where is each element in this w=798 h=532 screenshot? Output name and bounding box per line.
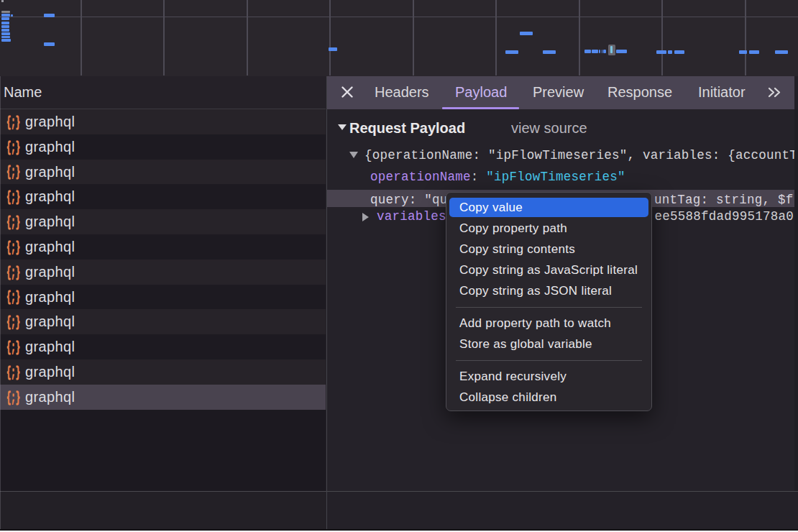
svg-text:{;}: {;} <box>6 339 20 355</box>
svg-text:{;}: {;} <box>6 189 20 205</box>
svg-text:{;}: {;} <box>6 164 20 180</box>
svg-text:{;}: {;} <box>6 214 20 230</box>
svg-text:{;}: {;} <box>6 364 20 380</box>
svg-text:{;}: {;} <box>6 239 20 255</box>
svg-text:{;}: {;} <box>6 114 20 130</box>
svg-text:{;}: {;} <box>6 289 20 305</box>
svg-text:{;}: {;} <box>6 390 20 405</box>
svg-text:{;}: {;} <box>6 314 20 330</box>
svg-text:{;}: {;} <box>6 139 20 155</box>
svg-text:{;}: {;} <box>6 265 20 280</box>
